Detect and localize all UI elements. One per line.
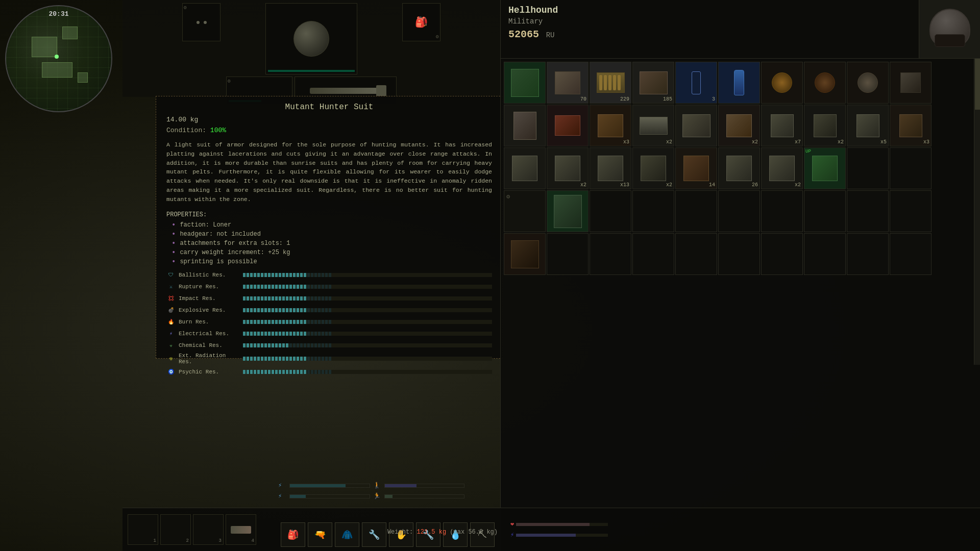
property-1: headgear: not included: [180, 231, 260, 238]
explosive-label: Explosive Res.: [179, 307, 240, 313]
inv-slot-empty15[interactable]: [804, 233, 846, 275]
inv-slot-case[interactable]: 185: [632, 62, 674, 104]
inv-slot-vest[interactable]: [504, 62, 546, 104]
inv-slot-medkit[interactable]: [547, 105, 589, 146]
inv-slot-bottle[interactable]: [718, 62, 760, 104]
character-header: Hellhound Military 52065 RU: [501, 0, 980, 59]
hotbar-key-4: 4: [252, 538, 254, 543]
tools-button[interactable]: 🔧: [362, 522, 386, 547]
inv-slot-row3-8[interactable]: UP: [804, 147, 846, 189]
weight-current: 121.5: [417, 529, 435, 536]
inv-count-x2-4: x2: [580, 182, 586, 188]
inv-slot-empty8[interactable]: [890, 190, 932, 232]
property-4: sprinting is possible: [180, 258, 257, 265]
inv-slot-row3-6[interactable]: 26: [718, 147, 760, 189]
inv-slot-kit2[interactable]: x2: [718, 105, 760, 146]
inv-slot-row3-4[interactable]: x2: [632, 147, 674, 189]
property-2: attachments for extra slots: 1: [180, 240, 290, 247]
inv-slot-empty13[interactable]: [718, 233, 760, 275]
backpack-slot[interactable]: [265, 3, 357, 74]
burn-bar: [243, 320, 492, 324]
minimap: 20:31: [5, 5, 112, 112]
inv-slot-row3-1[interactable]: [504, 147, 546, 189]
bag-button[interactable]: 🎒: [281, 522, 305, 547]
explosive-bar: [243, 308, 492, 312]
property-3: carry weight increment: +25 kg: [180, 249, 290, 256]
properties-list: •faction: Loner •headgear: not included …: [156, 220, 502, 266]
inv-count-x13: x13: [620, 182, 629, 188]
inv-slot-boots[interactable]: [504, 233, 546, 275]
right-bottom-bar: ❤ ⚡: [500, 508, 980, 551]
inv-slot-row3-9[interactable]: [847, 147, 889, 189]
secondary-slot[interactable]: ⚙ 🎒: [402, 3, 440, 41]
inv-slot-empty11[interactable]: [632, 233, 674, 275]
inv-count-x2-3: x2: [838, 139, 844, 145]
inv-slot-case2[interactable]: [675, 105, 717, 146]
inv-count-x5: x5: [880, 139, 887, 145]
status-row-2: ⚡ 🏃: [278, 492, 464, 500]
inv-count-x2-1: x2: [666, 139, 672, 145]
inv-slot-vial[interactable]: 3: [675, 62, 717, 104]
hotbar-slot-2[interactable]: 2: [160, 514, 191, 545]
hotbar-slot-1[interactable]: 1: [128, 514, 158, 545]
inv-slot-empty17[interactable]: [890, 233, 932, 275]
inv-slot-x5[interactable]: x5: [847, 105, 889, 146]
inv-slot-ammo[interactable]: 229: [590, 62, 631, 104]
inv-slot-skull[interactable]: [847, 62, 889, 104]
hotbar-slot-3[interactable]: 3: [193, 514, 224, 545]
status-row-1: ⚡ 🚶: [278, 482, 464, 489]
inventory-scrollbar[interactable]: [974, 59, 980, 365]
inv-slot-empty5[interactable]: [761, 190, 803, 232]
inv-slot-empty10[interactable]: [590, 233, 631, 275]
inv-slot-empty4[interactable]: [718, 190, 760, 232]
inv-slot-food1[interactable]: x3: [590, 105, 631, 146]
inv-slot-row3-3[interactable]: x13: [590, 147, 631, 189]
hotbar-slot-4[interactable]: 4: [226, 514, 256, 545]
inv-slot-row3-7[interactable]: x2: [761, 147, 803, 189]
inv-slot-row3-10[interactable]: [890, 147, 932, 189]
inv-slot-artifact2[interactable]: [804, 62, 846, 104]
res-electrical: ⚡ Electrical Res.: [166, 329, 492, 338]
gun-button[interactable]: 🔫: [308, 522, 332, 547]
item-weight: 14.00 kg: [156, 116, 502, 126]
inv-slot-x3[interactable]: x3: [890, 105, 932, 146]
armor-button[interactable]: 🧥: [335, 522, 359, 547]
inv-slot-empty3[interactable]: [675, 190, 717, 232]
inv-slot-docs[interactable]: [504, 105, 546, 146]
health-bar-row: ❤: [510, 520, 608, 528]
status-bars: ⚡ 🚶 ⚡ 🏃: [278, 475, 464, 506]
inv-slot-empty2[interactable]: [632, 190, 674, 232]
inv-slot-empty12[interactable]: [675, 233, 717, 275]
inv-slot-empty14[interactable]: [761, 233, 803, 275]
inv-slot-x7[interactable]: x7: [761, 105, 803, 146]
rupture-icon: ⚔: [166, 282, 176, 291]
inv-slot-empty7[interactable]: [847, 190, 889, 232]
chemical-icon: ☣: [166, 341, 176, 350]
inv-count-70: 70: [580, 96, 586, 102]
inv-slot-row3-2[interactable]: x2: [547, 147, 589, 189]
character-faction: Military: [508, 17, 911, 26]
hotbar-key-1: 1: [154, 538, 156, 543]
scrollbar-thumb[interactable]: [975, 59, 980, 110]
inv-slot-artifact1[interactable]: [761, 62, 803, 104]
inv-slot-ammo2[interactable]: x2: [632, 105, 674, 146]
inv-slot-box[interactable]: 70: [547, 62, 589, 104]
status-bar-3: [289, 494, 370, 498]
inv-slot-gear1[interactable]: ⚙: [504, 190, 546, 232]
head-slot[interactable]: ⚙: [182, 3, 220, 41]
impact-bar: [243, 296, 492, 300]
inv-slot-empty9[interactable]: [547, 233, 589, 275]
psychic-label: Psychic Res.: [179, 369, 240, 375]
psychic-icon: 🧿: [166, 367, 176, 377]
inv-slot-armor1[interactable]: [547, 190, 589, 232]
inv-slot-empty16[interactable]: [847, 233, 889, 275]
inv-slot-row3-5[interactable]: 14: [675, 147, 717, 189]
inv-slot-empty6[interactable]: [804, 190, 846, 232]
inv-slot-plate[interactable]: [890, 62, 932, 104]
inv-slot-item1[interactable]: x2: [804, 105, 846, 146]
inv-slot-empty1[interactable]: [590, 190, 631, 232]
inv-count-x7: x7: [795, 139, 801, 145]
chemical-label: Chemical Res.: [179, 342, 240, 348]
stamina-icon: ⚡: [510, 531, 514, 539]
inv-count-26: 26: [752, 182, 758, 188]
